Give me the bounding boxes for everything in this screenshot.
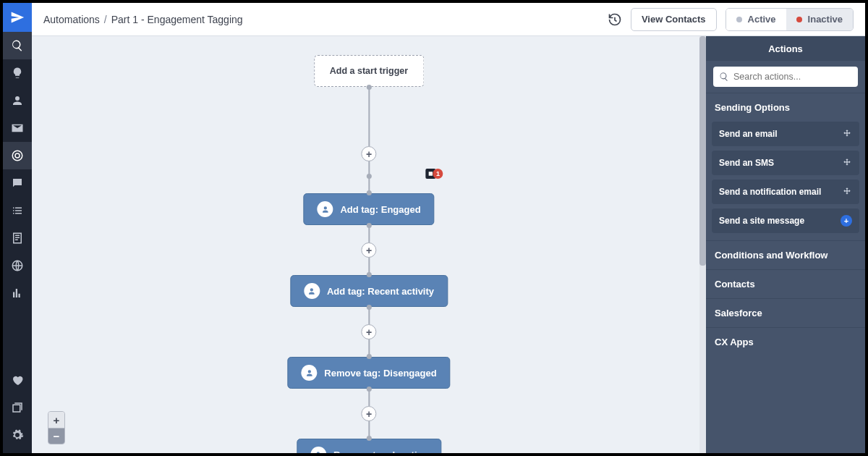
add-step-button[interactable]: + (361, 324, 376, 339)
status-active[interactable]: Active (726, 9, 786, 30)
breadcrumb-current: Part 1 - Engagement Tagging (111, 14, 243, 25)
heart-icon (11, 373, 24, 387)
action-send-site-message[interactable]: Send a site message + (712, 208, 859, 233)
section-conditions[interactable]: Conditions and Workflow (706, 240, 865, 269)
nav-reports[interactable] (3, 279, 32, 307)
action-send-sms[interactable]: Send an SMS (712, 151, 859, 175)
history-icon (608, 12, 622, 27)
status-toggle: Active Inactive (726, 8, 854, 31)
status-inactive-label: Inactive (808, 14, 843, 25)
automation-canvas[interactable]: Add a start trigger + Add tag: Engaged 1 (32, 36, 706, 453)
add-step-button[interactable]: + (361, 242, 376, 258)
breadcrumb: Automations / Part 1 - Engagement Taggin… (43, 14, 243, 25)
nav-search[interactable] (3, 32, 32, 59)
gear-icon (11, 428, 24, 442)
send-icon (10, 10, 25, 25)
connector (368, 225, 370, 242)
nav-favorites[interactable] (3, 366, 32, 394)
connector (368, 87, 370, 146)
connector (368, 389, 370, 406)
add-step-button[interactable]: + (361, 406, 376, 421)
panel-search (706, 61, 865, 93)
nav-ideas[interactable] (3, 59, 32, 87)
node-label: Add tag: Engaged (340, 204, 420, 215)
flow-node[interactable]: Add tag: Recent activity (290, 275, 448, 307)
connector (368, 258, 370, 275)
contact-icon (301, 365, 317, 381)
flow-node[interactable]: Add tag: Engaged 1 (303, 193, 434, 225)
list-icon (11, 204, 24, 217)
action-send-notification[interactable]: Send a notification email (712, 180, 859, 204)
actions-search-input[interactable] (733, 72, 852, 82)
move-icon (842, 129, 852, 139)
chart-icon (11, 287, 24, 300)
add-step-button[interactable]: + (361, 146, 376, 161)
chat-icon (11, 177, 24, 190)
connector (368, 176, 370, 193)
contact-icon (310, 447, 326, 453)
svg-point-0 (12, 151, 22, 161)
action-send-email[interactable]: Send an email (712, 122, 859, 146)
actions-panel: Actions Sending Options Send an email Se… (706, 36, 865, 453)
connector (368, 307, 370, 324)
flow: Add a start trigger + Add tag: Engaged 1 (287, 55, 450, 453)
app-logo[interactable] (3, 3, 32, 32)
view-contacts-button[interactable]: View Contacts (631, 8, 717, 31)
node-badge[interactable]: 1 (426, 169, 443, 179)
sending-action-list: Send an email Send an SMS Send a notific… (706, 122, 865, 240)
target-icon (11, 149, 24, 162)
bulb-icon (11, 67, 24, 80)
nav-site[interactable] (3, 252, 32, 279)
status-inactive[interactable]: Inactive (786, 9, 853, 30)
section-contacts[interactable]: Contacts (706, 269, 865, 298)
action-label: Send a notification email (719, 187, 821, 197)
nav-campaigns[interactable] (3, 114, 32, 142)
action-label: Send an email (719, 129, 778, 139)
action-label: Send a site message (719, 216, 804, 226)
start-trigger-label: Add a start trigger (330, 66, 408, 76)
nav-contacts[interactable] (3, 87, 32, 114)
nav-lists[interactable] (3, 197, 32, 224)
nav-automations[interactable] (3, 142, 32, 169)
globe-icon (11, 259, 24, 272)
nav-windows[interactable] (3, 394, 32, 421)
search-icon (719, 72, 729, 82)
page-icon (11, 232, 24, 245)
top-bar: Automations / Part 1 - Engagement Taggin… (32, 3, 865, 36)
connector (368, 339, 370, 357)
section-cxapps[interactable]: CX Apps (706, 327, 865, 356)
connector (368, 421, 370, 439)
nav-page[interactable] (3, 224, 32, 252)
mail-icon (11, 122, 24, 135)
zoom-controls: + − (48, 411, 65, 444)
badge-count: 1 (433, 169, 443, 179)
start-trigger-node[interactable]: Add a start trigger (314, 55, 424, 87)
search-icon (11, 39, 24, 52)
nav-conversations[interactable] (3, 169, 32, 197)
status-active-label: Active (748, 14, 776, 25)
dot-icon (796, 17, 802, 22)
flow-node[interactable]: Remove tag: Inactive (297, 439, 441, 453)
left-nav (3, 3, 32, 453)
nav-settings[interactable] (3, 421, 32, 449)
node-label: Add tag: Recent activity (327, 286, 434, 297)
section-sending[interactable]: Sending Options (706, 93, 865, 122)
contact-icon (317, 201, 333, 217)
people-icon (11, 94, 24, 107)
dot-icon (736, 17, 742, 22)
history-button[interactable] (608, 12, 622, 27)
zoom-in-button[interactable]: + (48, 412, 64, 428)
node-label: Remove tag: Inactive (333, 449, 427, 454)
section-salesforce[interactable]: Salesforce (706, 298, 865, 327)
move-icon (842, 187, 852, 197)
action-label: Send an SMS (719, 158, 774, 168)
windows-icon (11, 401, 24, 414)
breadcrumb-root[interactable]: Automations (43, 14, 100, 25)
zoom-out-button[interactable]: − (48, 428, 64, 444)
canvas-scrollbar[interactable] (699, 36, 706, 453)
flow-node[interactable]: Remove tag: Disengaged (287, 357, 450, 389)
plus-icon: + (841, 215, 852, 227)
contact-icon (304, 283, 320, 299)
node-label: Remove tag: Disengaged (324, 368, 436, 379)
breadcrumb-sep: / (104, 14, 107, 25)
